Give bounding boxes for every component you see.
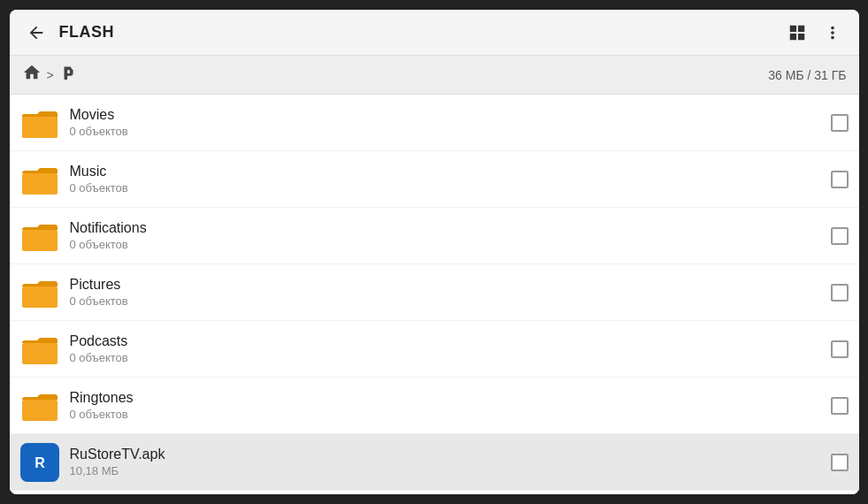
folder-icon bbox=[20, 330, 59, 369]
file-name: Ringtones bbox=[70, 390, 831, 406]
apk-icon: R bbox=[20, 443, 59, 482]
app-title: FLASH bbox=[59, 23, 781, 42]
folder-icon bbox=[20, 160, 59, 199]
file-list: Movies 0 объектов Music 0 объектов bbox=[10, 95, 859, 494]
select-checkbox[interactable] bbox=[831, 114, 849, 132]
file-meta: 0 объектов bbox=[70, 181, 831, 195]
svg-text:R: R bbox=[35, 455, 45, 470]
file-name: Podcasts bbox=[70, 333, 831, 349]
folder-icon bbox=[20, 273, 59, 312]
file-meta: 0 объектов bbox=[70, 351, 831, 364]
svg-rect-5 bbox=[22, 286, 58, 308]
file-info: Pictures 0 объектов bbox=[70, 277, 831, 308]
file-name: RuStoreTV.apk bbox=[70, 447, 831, 462]
file-meta: 0 объектов bbox=[70, 238, 831, 251]
file-meta: 0 объектов bbox=[70, 408, 831, 421]
app-bar-actions bbox=[781, 17, 849, 49]
svg-rect-3 bbox=[22, 173, 58, 195]
file-info: Movies 0 объектов bbox=[70, 107, 831, 138]
folder-icon bbox=[20, 386, 59, 425]
file-meta: 0 объектов bbox=[70, 294, 831, 308]
svg-rect-4 bbox=[22, 230, 58, 251]
file-meta: 0 объектов bbox=[70, 125, 831, 138]
file-name: Notifications bbox=[70, 220, 831, 236]
file-info: Ringtones 0 объектов bbox=[70, 390, 831, 421]
file-info: Podcasts 0 объектов bbox=[70, 333, 831, 364]
file-meta: 10,18 МБ bbox=[70, 464, 831, 477]
select-checkbox[interactable] bbox=[831, 227, 849, 245]
usb-icon[interactable] bbox=[59, 63, 79, 87]
storage-info: 36 МБ / 31 ГБ bbox=[79, 68, 847, 82]
app-bar: FLASH bbox=[10, 10, 859, 56]
select-checkbox[interactable] bbox=[831, 454, 849, 471]
file-info: RuStoreTV.apk 10,18 МБ bbox=[70, 447, 831, 477]
select-checkbox[interactable] bbox=[831, 284, 849, 302]
file-name: Movies bbox=[70, 107, 831, 123]
grid-view-button[interactable] bbox=[781, 17, 813, 49]
svg-rect-2 bbox=[22, 117, 58, 138]
svg-rect-6 bbox=[22, 343, 58, 364]
list-item[interactable]: Movies 0 объектов bbox=[10, 95, 859, 151]
file-name: Pictures bbox=[70, 277, 831, 293]
list-item[interactable]: R RuStoreTV.apk 10,18 МБ bbox=[10, 434, 859, 491]
breadcrumb-bar: > 36 МБ / 31 ГБ bbox=[10, 56, 859, 95]
list-item[interactable]: Ringtones 0 объектов bbox=[10, 378, 859, 434]
file-info: Notifications 0 объектов bbox=[70, 220, 831, 251]
folder-icon bbox=[20, 217, 59, 256]
more-options-button[interactable] bbox=[817, 17, 849, 49]
file-name: Music bbox=[70, 164, 831, 179]
select-checkbox[interactable] bbox=[831, 397, 849, 415]
device-frame: FLASH > 36 МБ / 31 Г bbox=[10, 10, 859, 494]
list-item[interactable]: Notifications 0 объектов bbox=[10, 208, 859, 264]
breadcrumb-separator: > bbox=[47, 68, 54, 82]
home-icon[interactable] bbox=[22, 63, 42, 87]
svg-rect-7 bbox=[22, 400, 58, 421]
list-item[interactable]: Music 0 объектов bbox=[10, 151, 859, 208]
back-button[interactable] bbox=[20, 17, 52, 49]
select-checkbox[interactable] bbox=[831, 171, 849, 188]
folder-icon bbox=[20, 103, 59, 142]
list-item[interactable]: Pictures 0 объектов bbox=[10, 264, 859, 321]
list-item[interactable]: Podcasts 0 объектов bbox=[10, 321, 859, 378]
select-checkbox[interactable] bbox=[831, 340, 849, 358]
file-info: Music 0 объектов bbox=[70, 164, 831, 195]
